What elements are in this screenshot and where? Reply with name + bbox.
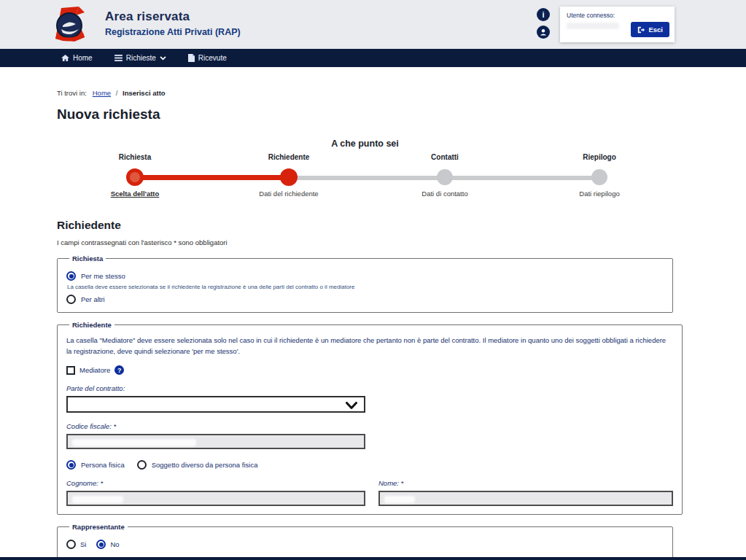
radio-label-per-altri[interactable]: Per altri: [81, 295, 105, 303]
mediatore-label[interactable]: Mediatore: [79, 366, 110, 374]
breadcrumb-current: Inserisci atto: [123, 89, 166, 97]
stepper-connector-completed: [135, 175, 289, 180]
richiesta-legend: Richiesta: [69, 254, 106, 262]
radio-soggetto-diverso[interactable]: [137, 460, 147, 470]
progress-stepper: Richiesta Scelta dell'atto Richiedente D…: [57, 153, 673, 206]
home-icon: [61, 55, 69, 62]
nav-item-ricevute[interactable]: Ricevute: [188, 54, 227, 62]
radio-label-si[interactable]: Si: [80, 540, 86, 548]
main-navbar: Home Richieste Ricevute: [0, 49, 746, 67]
app-subtitle: Registrazione Atti Privati (RAP): [105, 27, 241, 37]
parte-del-contratto-select[interactable]: [66, 396, 365, 413]
chevron-down-icon: [346, 402, 357, 410]
radio-per-altri[interactable]: [66, 295, 76, 304]
nav-item-richieste[interactable]: Richieste: [114, 54, 166, 62]
username-redacted: [567, 23, 619, 29]
step-sublabel-link[interactable]: Scelta dell'atto: [77, 190, 193, 198]
logout-label: Esci: [648, 26, 663, 34]
list-icon: [114, 55, 123, 61]
radio-label-no[interactable]: No: [110, 540, 119, 548]
radio-label-persona-fisica[interactable]: Persona fisica: [81, 461, 125, 469]
logout-button[interactable]: Esci: [631, 22, 669, 37]
footer-bar: [0, 557, 746, 560]
user-connected-label: Utente connesso:: [567, 12, 615, 19]
mediatore-checkbox[interactable]: [66, 366, 75, 375]
step-sublabel: Dati riepilogo: [541, 190, 658, 198]
required-fields-note: I campi contrassegnati con l'asterisco *…: [57, 238, 673, 246]
question-icon[interactable]: ?: [114, 365, 124, 375]
user-session-panel: Utente connesso: Esci: [560, 7, 675, 42]
nome-label: Nome: *: [378, 479, 673, 487]
breadcrumb-home-link[interactable]: Home: [93, 89, 111, 97]
cognome-label: Cognome: *: [66, 479, 365, 487]
receipt-icon: [188, 54, 195, 62]
richiedente-fieldset: Richiedente La casella "Mediatore" deve …: [57, 321, 683, 515]
section-title: Richiedente: [57, 219, 673, 232]
info-icon[interactable]: i: [537, 8, 550, 21]
step-circle-upcoming: [591, 169, 607, 185]
richiedente-legend: Richiedente: [69, 321, 114, 329]
step-circle-completed: [126, 168, 144, 186]
main-content: Ti trovi in: Home / Inserisci atto Nuova…: [57, 89, 673, 560]
radio-label-soggetto-diverso[interactable]: Soggetto diverso da persona fisica: [152, 461, 258, 469]
cognome-redacted: [72, 496, 123, 503]
step-circle-current: [280, 168, 298, 186]
user-icon[interactable]: [537, 26, 550, 39]
radio-persona-fisica[interactable]: [66, 460, 76, 470]
app-title: Area riservata: [105, 9, 241, 24]
radio-rappresentante-si[interactable]: [66, 540, 76, 549]
mediatore-description: La casella "Mediatore" deve essere selez…: [66, 335, 673, 357]
sign-out-icon: [637, 26, 645, 34]
step-circle-upcoming: [437, 169, 453, 185]
brand-block: Area riservata Registrazione Atti Privat…: [105, 9, 241, 37]
chevron-down-icon: [160, 56, 166, 61]
nav-label: Richieste: [126, 54, 156, 62]
nav-label: Ricevute: [198, 54, 227, 62]
radio-label-per-me-stesso[interactable]: Per me stesso: [81, 272, 125, 280]
cognome-input: [66, 491, 365, 506]
radio-rappresentante-no[interactable]: [96, 540, 106, 549]
agenzia-entrate-logo: [47, 5, 93, 44]
codice-fiscale-redacted: [72, 439, 196, 446]
step-label: Riepilogo: [541, 153, 658, 165]
rappresentante-fieldset: Rappresentante Si No: [57, 523, 673, 560]
step-label: Richiesta: [77, 153, 193, 165]
rappresentante-legend: Rappresentante: [69, 523, 128, 531]
step-sublabel: Dati di contatto: [386, 190, 503, 198]
codice-fiscale-input: [66, 434, 365, 449]
stepper-title: A che punto sei: [57, 139, 673, 149]
nav-label: Home: [73, 54, 93, 62]
richiesta-fieldset: Richiesta Per me stesso La casella deve …: [57, 254, 673, 313]
breadcrumb-prefix: Ti trovi in:: [57, 89, 87, 97]
radio-per-me-stesso[interactable]: [66, 271, 76, 281]
nome-input: [378, 491, 673, 506]
breadcrumb: Ti trovi in: Home / Inserisci atto: [57, 89, 673, 97]
breadcrumb-separator: /: [116, 89, 118, 97]
parte-del-contratto-label: Parte del contratto:: [66, 384, 673, 392]
codice-fiscale-label: Codice fiscale: *: [66, 422, 673, 430]
app-header: Area riservata Registrazione Atti Privat…: [0, 0, 746, 49]
step-sublabel: Dati del richiedente: [230, 190, 347, 198]
per-me-stesso-helper: La casella deve essere selezionata se il…: [67, 284, 664, 290]
step-label: Contatti: [386, 153, 503, 165]
nav-item-home[interactable]: Home: [61, 54, 93, 62]
page-title: Nuova richiesta: [57, 106, 673, 122]
nome-redacted: [384, 496, 415, 503]
step-label: Richiedente: [230, 153, 347, 165]
